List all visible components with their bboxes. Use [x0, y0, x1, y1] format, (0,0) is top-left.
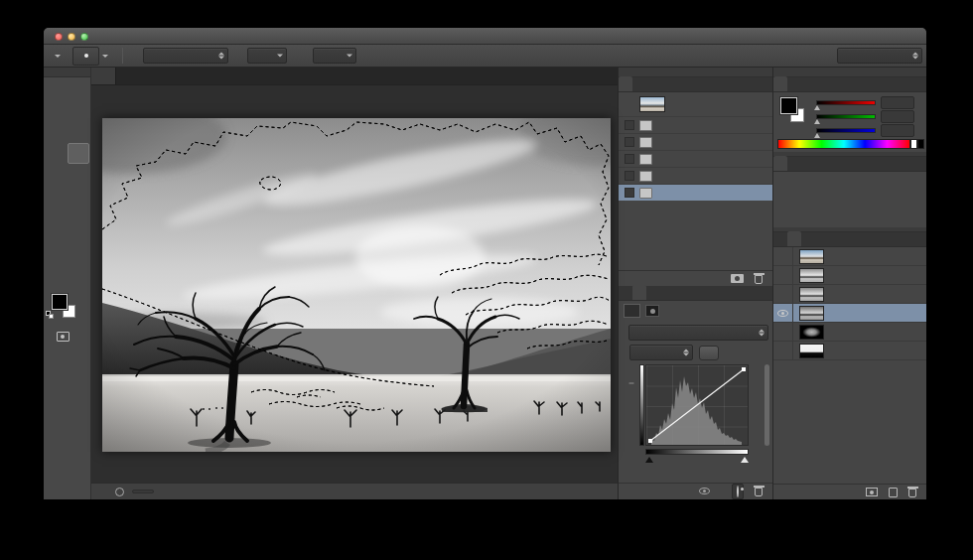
channel-row-blue-selected[interactable]: [773, 304, 926, 323]
eyedropper-tool[interactable]: [68, 122, 89, 143]
minimize-window-button[interactable]: [68, 33, 75, 41]
tab-color[interactable]: [773, 76, 787, 91]
history-state-row-selected[interactable]: [619, 184, 772, 201]
delete-adjustment-trash-icon[interactable]: [755, 488, 763, 496]
quick-selection-tool[interactable]: [68, 101, 89, 122]
history-state-row[interactable]: [619, 150, 772, 167]
white-input-slider[interactable]: [741, 457, 749, 463]
quick-mask-button[interactable]: [57, 332, 70, 342]
blur-tool[interactable]: [46, 206, 68, 226]
color-spectrum-ramp[interactable]: [777, 139, 910, 149]
tab-histogram[interactable]: [646, 76, 660, 91]
tools-collapse[interactable]: [44, 68, 90, 77]
tab-properties[interactable]: [632, 285, 646, 300]
view-previous-state-icon[interactable]: [699, 488, 710, 494]
foreground-color-swatch[interactable]: [52, 294, 68, 310]
black-ramp-swatch[interactable]: [917, 139, 924, 149]
auto-button[interactable]: [699, 346, 719, 360]
blend-mode-select[interactable]: [143, 48, 228, 64]
flow-select[interactable]: [313, 48, 356, 64]
doc-size-info[interactable]: [132, 490, 154, 493]
visibility-toggle[interactable]: [773, 342, 793, 359]
history-source-checkbox[interactable]: [625, 188, 634, 198]
tab-adjustments[interactable]: [773, 156, 787, 171]
green-value-field[interactable]: [881, 110, 914, 123]
tab-styles[interactable]: [787, 156, 801, 171]
title-bar[interactable]: [44, 28, 926, 45]
channel-row-rgb[interactable]: [773, 247, 926, 266]
foreground-color-swatch[interactable]: [780, 97, 797, 114]
dodge-tool[interactable]: [68, 206, 89, 226]
brush-preset-picker[interactable]: [72, 47, 99, 66]
channel-row-sky-feathered[interactable]: [773, 342, 926, 360]
workspace-select[interactable]: [837, 48, 922, 64]
type-tool[interactable]: [68, 226, 89, 247]
channel-row-green[interactable]: [773, 285, 926, 304]
marquee-tool[interactable]: [46, 80, 68, 101]
blue-slider[interactable]: [816, 128, 876, 133]
visibility-toggle[interactable]: [773, 266, 793, 284]
shape-tool[interactable]: [68, 247, 89, 268]
brush-tool[interactable]: [68, 143, 89, 164]
channel-row-red[interactable]: [773, 266, 926, 285]
tab-info[interactable]: [660, 76, 674, 91]
history-source-checkbox[interactable]: [625, 137, 634, 147]
curves-grid[interactable]: [645, 364, 749, 446]
history-state-row[interactable]: [619, 167, 772, 184]
eraser-tool[interactable]: [46, 185, 68, 206]
tab-swatches[interactable]: [787, 76, 801, 91]
tab-paths[interactable]: [801, 231, 815, 246]
history-snapshot-row[interactable]: [619, 92, 772, 116]
black-input-slider[interactable]: [645, 457, 653, 463]
document-tab[interactable]: [91, 68, 116, 84]
red-slider[interactable]: [816, 100, 876, 105]
history-source-checkbox[interactable]: [625, 171, 634, 181]
delete-state-trash-icon[interactable]: [755, 275, 763, 284]
red-value-field[interactable]: [881, 96, 914, 109]
white-ramp-swatch[interactable]: [910, 139, 917, 149]
tab-history[interactable]: [619, 76, 632, 91]
preset-select[interactable]: [628, 325, 768, 341]
tool-preset-caret[interactable]: [55, 55, 61, 58]
canvas-pasteboard[interactable]: #ants path{fill:none;stroke:#000;stroke-…: [91, 85, 618, 483]
opacity-select[interactable]: [247, 48, 287, 64]
tab-channels[interactable]: [787, 231, 801, 246]
channel-row-vignette-mask[interactable]: [773, 323, 926, 342]
pen-tool[interactable]: [46, 226, 68, 247]
zoom-tool[interactable]: [68, 268, 89, 289]
lasso-tool[interactable]: [46, 101, 68, 122]
history-source-checkbox[interactable]: [625, 120, 634, 130]
canvas-image[interactable]: #ants path{fill:none;stroke:#000;stroke-…: [102, 118, 611, 452]
tab-layers[interactable]: [773, 231, 787, 246]
move-tool[interactable]: [68, 80, 89, 101]
visibility-toggle[interactable]: [773, 285, 793, 303]
healing-brush-tool[interactable]: [46, 143, 68, 164]
blue-value-field[interactable]: [881, 124, 914, 137]
channel-select[interactable]: [629, 345, 693, 360]
toggle-visibility-button[interactable]: [732, 484, 744, 499]
visibility-toggle[interactable]: [773, 304, 793, 322]
tab-navigator[interactable]: [619, 285, 632, 300]
crop-tool[interactable]: [46, 122, 68, 143]
hand-tool[interactable]: [46, 268, 68, 289]
zoom-window-button[interactable]: [80, 33, 88, 41]
brush-picker-caret[interactable]: [102, 55, 108, 58]
new-snapshot-camera-icon[interactable]: [731, 274, 744, 283]
new-channel-icon[interactable]: [889, 488, 898, 497]
gradient-tool[interactable]: [68, 185, 89, 206]
properties-scrollbar[interactable]: [764, 364, 769, 446]
layer-mask-icon[interactable]: [645, 305, 659, 317]
history-source-checkbox[interactable]: [625, 154, 634, 164]
visibility-toggle[interactable]: [773, 247, 793, 265]
green-slider[interactable]: [816, 114, 876, 119]
path-selection-tool[interactable]: [46, 247, 68, 268]
save-selection-as-channel-icon[interactable]: [866, 488, 878, 496]
close-window-button[interactable]: [55, 33, 63, 41]
delete-channel-trash-icon[interactable]: [908, 489, 916, 497]
tab-actions[interactable]: [632, 76, 646, 91]
history-brush-tool[interactable]: [68, 164, 89, 185]
edit-points-icon[interactable]: [628, 382, 634, 384]
history-state-row[interactable]: [619, 133, 772, 150]
visibility-toggle[interactable]: [773, 323, 793, 341]
history-state-row[interactable]: [619, 116, 772, 133]
